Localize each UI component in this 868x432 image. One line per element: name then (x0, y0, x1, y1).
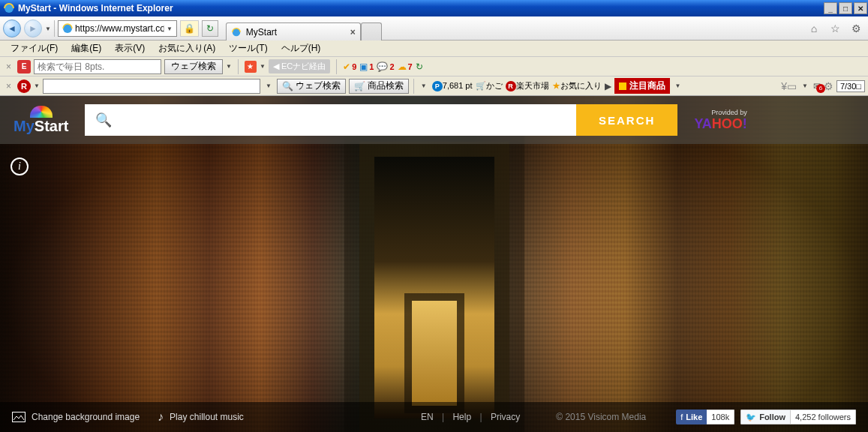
image-icon (12, 412, 26, 422)
language-link[interactable]: EN (421, 412, 434, 422)
page-content: MyStart 🔍 SEARCH Provided by YAHOO! i Ch… (0, 96, 868, 432)
ecnavi-star-dropdown[interactable]: ▼ (260, 63, 266, 70)
menu-favorites[interactable]: お気に入り(A) (152, 40, 221, 56)
tab-mystart[interactable]: MyStart × (226, 22, 361, 40)
play-music-label: Play chillout music (170, 412, 244, 422)
window-title: MyStart - Windows Internet Explorer (18, 3, 173, 14)
provided-by: Provided by YAHOO! (694, 109, 746, 132)
rakuten-currency-icon[interactable]: ¥▭ (781, 80, 797, 92)
footer-links: EN | Help | Privacy (415, 412, 526, 422)
address-dropdown[interactable]: ▼ (164, 26, 175, 32)
address-input[interactable] (75, 22, 164, 35)
facebook-like-count: 108k (707, 410, 734, 424)
toolbar-rakuten: × R ▼ ▼ 🔍ウェブ検索 🛒商品検索 ▼ P7,681 pt 🛒かご R楽天… (0, 76, 868, 96)
rakuten-product-search-button[interactable]: 🛒商品検索 (349, 79, 409, 94)
tab-strip: MyStart × (226, 16, 382, 40)
menu-help[interactable]: ヘルプ(H) (275, 40, 327, 56)
ecnavi-v-chip[interactable]: ✔9 (343, 62, 356, 72)
privacy-link[interactable]: Privacy (491, 412, 520, 422)
logo-text: MyStart (14, 118, 68, 135)
change-background-button[interactable]: Change background image (12, 412, 140, 422)
twitter-follower-count: 4,252 followers (791, 410, 856, 424)
ecnavi-web-search-button[interactable]: ウェブ検索 (164, 59, 223, 74)
menu-bar: ファイル(F) 編集(E) 表示(V) お気に入り(A) ツール(T) ヘルプ(… (0, 40, 868, 57)
rakuten-hot-products[interactable]: 注目商品 (614, 78, 670, 94)
change-background-label: Change background image (32, 412, 140, 422)
back-button[interactable]: ◄ (3, 20, 21, 38)
twitter-follow-button[interactable]: 🐦Follow 4,252 followers (740, 410, 856, 424)
yahoo-logo[interactable]: YAHOO! (694, 116, 746, 132)
rakuten-points[interactable]: P7,681 pt (432, 81, 473, 92)
rakuten-ichiba[interactable]: R楽天市場 (506, 80, 549, 92)
ecnavi-via-button[interactable]: ◀ ECナビ経由 (269, 59, 330, 74)
tab-title: MyStart (246, 27, 277, 38)
info-button[interactable]: i (11, 158, 29, 176)
address-bar[interactable]: ▼ (58, 20, 177, 37)
toolbar-ecnavi: × E ウェブ検索 ▼ ★ ▼ ◀ ECナビ経由 ✔9 ▣1 💬2 ☁7 ↻ (0, 57, 868, 76)
rakuten-currency-dropdown[interactable]: ▼ (800, 82, 810, 89)
music-note-icon: ♪ (158, 410, 164, 424)
ecnavi-search-dropdown[interactable]: ▼ (226, 63, 232, 70)
help-link[interactable]: Help (452, 412, 471, 422)
copyright: © 2015 Visicom Media (556, 412, 646, 422)
rakuten-settings-icon[interactable]: ⚙ (824, 80, 833, 92)
home-icon[interactable]: ⌂ (807, 22, 821, 35)
lock-icon[interactable]: 🔒 (180, 20, 199, 37)
tools-gear-icon[interactable]: ⚙ (849, 22, 863, 35)
background-doorway (374, 157, 494, 418)
tab-close-button[interactable]: × (350, 27, 356, 38)
new-tab-button[interactable] (361, 22, 382, 40)
rakuten-search-input[interactable] (43, 79, 260, 94)
twitter-icon: 🐦 (746, 412, 756, 422)
rakuten-date[interactable]: 7/30□ (836, 80, 865, 92)
menu-tools[interactable]: ツール(T) (223, 40, 273, 56)
nav-bar: ◄ ► ▼ ▼ 🔒 ↻ MyStart × ⌂ ☆ ⚙ (0, 16, 868, 40)
rakuten-cart[interactable]: 🛒かご (476, 80, 503, 92)
rakuten-search-dropdown[interactable]: ▼ (263, 82, 274, 89)
menu-view[interactable]: 表示(V) (109, 40, 151, 56)
ecnavi-icon[interactable]: E (17, 60, 31, 74)
play-music-button[interactable]: ♪ Play chillout music (158, 410, 244, 424)
logo-sunburst-icon (30, 106, 53, 118)
maximize-button[interactable]: □ (839, 2, 852, 14)
search-strip: MyStart 🔍 SEARCH Provided by YAHOO! (0, 96, 868, 144)
ecnavi-bubble-chip[interactable]: 💬2 (377, 62, 394, 72)
rakuten-mail-icon[interactable]: ✉6 (813, 81, 821, 92)
rakuten-misc-dropdown[interactable]: ▼ (419, 82, 429, 89)
ie-page-icon (62, 22, 74, 34)
rakuten-icon-dropdown[interactable]: ▼ (34, 82, 40, 89)
provided-by-label: Provided by (694, 109, 746, 116)
favorites-star-icon[interactable]: ☆ (828, 22, 842, 35)
ecnavi-search-input[interactable] (34, 59, 161, 74)
forward-button[interactable]: ► (24, 20, 42, 38)
background-image (0, 96, 868, 432)
rakuten-hot-dropdown[interactable]: ▼ (673, 82, 683, 89)
search-field[interactable]: 🔍 (85, 104, 576, 136)
toolbar1-close-icon[interactable]: × (3, 62, 14, 72)
ecnavi-cloud-chip[interactable]: ☁7 (398, 62, 413, 72)
toolbar2-close-icon[interactable]: × (3, 81, 14, 92)
facebook-like-button[interactable]: f Like 108k (676, 410, 734, 424)
svg-rect-3 (13, 412, 26, 422)
minimize-button[interactable]: _ (824, 2, 837, 14)
menu-file[interactable]: ファイル(F) (5, 40, 64, 56)
rakuten-icon[interactable]: R (17, 80, 31, 93)
social-buttons: f Like 108k 🐦Follow 4,252 followers (676, 410, 856, 424)
ecnavi-box-chip[interactable]: ▣1 (359, 62, 374, 72)
rakuten-favorites[interactable]: ★お気に入り (552, 80, 602, 92)
refresh-button[interactable]: ↻ (202, 20, 218, 37)
ie-tab-icon (231, 27, 242, 38)
search-input[interactable] (119, 113, 566, 127)
rakuten-scroll-right-icon[interactable]: ▶ (605, 81, 611, 92)
ie-icon (3, 2, 15, 14)
ecnavi-reload-icon[interactable]: ↻ (416, 62, 423, 72)
rakuten-web-search-button[interactable]: 🔍ウェブ検索 (277, 79, 346, 94)
mystart-logo[interactable]: MyStart (14, 106, 68, 135)
main-search: 🔍 SEARCH (85, 104, 677, 136)
search-icon: 🔍 (95, 112, 112, 128)
close-button[interactable]: ✕ (854, 2, 867, 14)
ecnavi-star-icon[interactable]: ★ (245, 61, 257, 73)
search-button[interactable]: SEARCH (576, 104, 677, 136)
nav-history-dropdown[interactable]: ▼ (45, 26, 51, 32)
menu-edit[interactable]: 編集(E) (65, 40, 107, 56)
